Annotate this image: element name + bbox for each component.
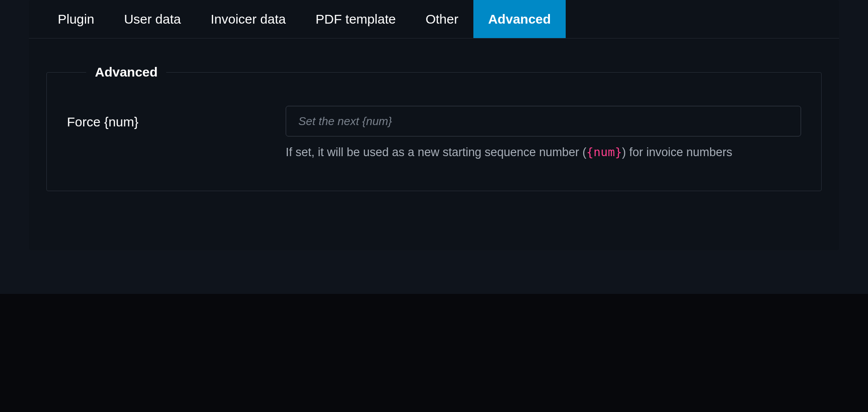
advanced-section: Advanced Force {num} If set, it will be … <box>46 65 822 191</box>
force-num-help: If set, it will be used as a new startin… <box>286 144 801 160</box>
lower-background-strip <box>0 294 868 412</box>
mid-background-strip <box>0 250 868 294</box>
help-text-code: {num} <box>586 145 622 159</box>
tabs-bar: Plugin User data Invoicer data PDF templ… <box>29 0 839 38</box>
settings-panel: Plugin User data Invoicer data PDF templ… <box>29 0 839 250</box>
force-num-input[interactable] <box>286 106 801 136</box>
tab-content: Advanced Force {num} If set, it will be … <box>29 38 839 226</box>
tab-plugin[interactable]: Plugin <box>43 0 109 38</box>
force-num-field-wrap: If set, it will be used as a new startin… <box>286 106 801 160</box>
tab-pdf-template[interactable]: PDF template <box>301 0 410 38</box>
tab-invoicer-data[interactable]: Invoicer data <box>196 0 301 38</box>
tab-user-data[interactable]: User data <box>109 0 196 38</box>
section-legend: Advanced <box>86 65 166 80</box>
force-num-row: Force {num} If set, it will be used as a… <box>67 106 801 160</box>
tab-advanced[interactable]: Advanced <box>473 0 566 38</box>
help-text-post: ) for invoice numbers <box>622 146 732 159</box>
force-num-label: Force {num} <box>67 106 286 129</box>
tab-other[interactable]: Other <box>411 0 473 38</box>
help-text-pre: If set, it will be used as a new startin… <box>286 146 586 159</box>
page-root: Plugin User data Invoicer data PDF templ… <box>0 0 868 412</box>
